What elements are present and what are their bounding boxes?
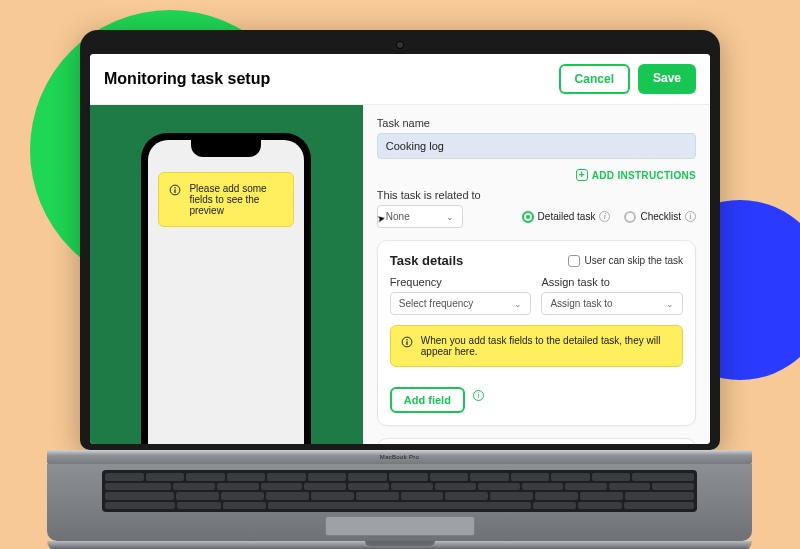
preview-pane: Please add some fields to see the previe… [90, 105, 363, 444]
mouse-cursor-icon: ➤ [376, 212, 386, 224]
related-to-select[interactable]: None ⌄ [377, 205, 463, 228]
save-button[interactable]: Save [638, 64, 696, 94]
app-header: Monitoring task setup Cancel Save [90, 54, 710, 105]
skip-task-option[interactable]: User can skip the task [568, 255, 683, 267]
info-icon[interactable]: i [685, 211, 696, 222]
form-pane: Task name + ADD INSTRUCTIONS This task i… [363, 105, 710, 444]
laptop-keyboard [102, 470, 697, 512]
frequency-label: Frequency [390, 276, 532, 288]
svg-point-1 [175, 187, 177, 189]
task-details-card: Task details User can skip the task Freq… [377, 240, 696, 426]
info-icon [401, 336, 413, 348]
preview-empty-message: Please add some fields to see the previe… [158, 172, 294, 227]
laptop-mockup: Monitoring task setup Cancel Save ➤ Plea… [80, 30, 720, 549]
app-window: Monitoring task setup Cancel Save ➤ Plea… [90, 54, 710, 444]
phone-mockup: Please add some fields to see the previe… [141, 133, 311, 444]
frequency-placeholder: Select frequency [399, 298, 474, 309]
frequency-select[interactable]: Select frequency ⌄ [390, 292, 532, 315]
verification-card: Verification [377, 438, 696, 444]
assign-label: Assign task to [541, 276, 683, 288]
info-icon[interactable]: i [599, 211, 610, 222]
svg-rect-2 [175, 189, 176, 193]
laptop-camera [397, 42, 403, 48]
tip-text: When you add task fields to the detailed… [421, 335, 672, 357]
add-field-button[interactable]: Add field [390, 387, 465, 413]
info-icon [169, 184, 181, 196]
related-to-label: This task is related to [377, 189, 696, 201]
add-instructions-label: ADD INSTRUCTIONS [592, 170, 696, 181]
page-title: Monitoring task setup [104, 70, 270, 88]
task-details-tip: When you add task fields to the detailed… [390, 325, 683, 367]
add-instructions-link[interactable]: + ADD INSTRUCTIONS [377, 169, 696, 181]
info-icon[interactable]: i [473, 390, 484, 401]
skip-task-label: User can skip the task [585, 255, 683, 266]
skip-task-checkbox[interactable] [568, 255, 580, 267]
svg-point-4 [406, 339, 408, 341]
task-name-input[interactable] [377, 133, 696, 159]
laptop-trackpad [325, 516, 475, 536]
chevron-down-icon: ⌄ [514, 299, 522, 309]
task-name-label: Task name [377, 117, 696, 129]
preview-empty-text: Please add some fields to see the previe… [189, 183, 283, 216]
phone-notch [191, 140, 261, 157]
radio-detailed-label: Detailed task [538, 211, 596, 222]
cancel-button[interactable]: Cancel [559, 64, 630, 94]
task-type-radio-group: Detailed task i Checklist i [522, 211, 696, 223]
chevron-down-icon: ⌄ [446, 212, 454, 222]
chevron-down-icon: ⌄ [666, 299, 674, 309]
task-details-title: Task details [390, 253, 463, 268]
related-to-value: None [386, 211, 410, 222]
assign-placeholder: Assign task to [550, 298, 612, 309]
laptop-base: MacBook Pro [47, 450, 752, 549]
svg-rect-5 [406, 341, 407, 345]
radio-checklist[interactable]: Checklist i [624, 211, 696, 223]
laptop-brand-label: MacBook Pro [380, 454, 419, 460]
radio-checklist-label: Checklist [640, 211, 681, 222]
plus-icon: + [576, 169, 588, 181]
radio-detailed-task[interactable]: Detailed task i [522, 211, 611, 223]
assign-select[interactable]: Assign task to ⌄ [541, 292, 683, 315]
